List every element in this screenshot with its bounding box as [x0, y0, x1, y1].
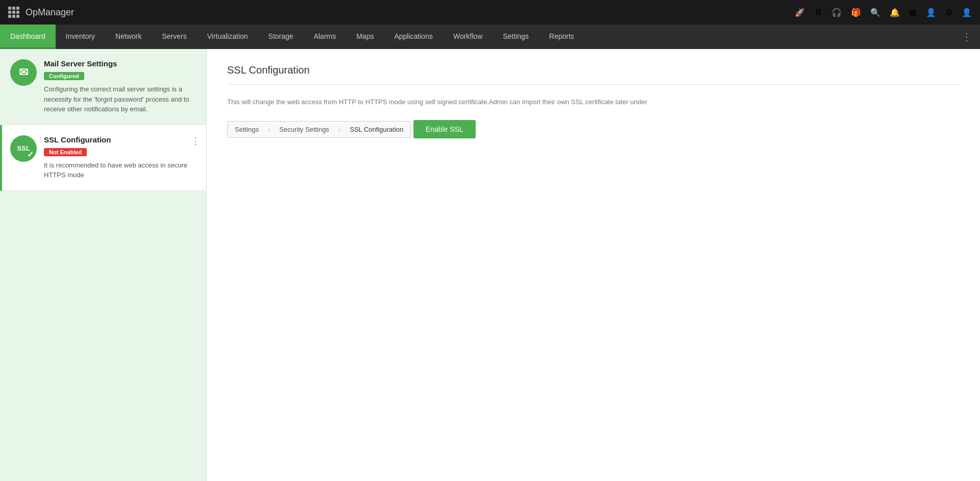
app-title: OpManager: [26, 7, 74, 18]
breadcrumb-security-settings[interactable]: Security Settings: [272, 122, 336, 137]
sidebar: ✉ Mail Server Settings Configured Config…: [0, 49, 207, 481]
profile-icon[interactable]: 👤: [962, 8, 972, 17]
ssl-content: SSL Configuration Not Enabled It is reco…: [44, 135, 198, 180]
gift-icon[interactable]: 🎁: [851, 8, 861, 17]
breadcrumb-sep-2: ›: [336, 122, 342, 137]
nav-settings[interactable]: Settings: [493, 25, 539, 49]
nav-reports[interactable]: Reports: [539, 25, 584, 49]
ssl-desc: It is recommended to have web access in …: [44, 160, 198, 180]
enable-ssl-button[interactable]: Enable SSL: [413, 120, 476, 138]
sidebar-item-ssl[interactable]: SSL ✓ SSL Configuration Not Enabled It i…: [0, 125, 206, 191]
ssl-badge: Not Enabled: [44, 148, 87, 156]
top-bar: OpManager 🚀 🖥 🎧 🎁 🔍 🔔 ▦ 👤 ⚙ 👤: [0, 0, 980, 25]
breadcrumb: Settings › Security Settings › SSL Confi…: [227, 121, 411, 138]
main-container: ✉ Mail Server Settings Configured Config…: [0, 49, 980, 481]
nav-dashboard[interactable]: Dashboard: [0, 25, 56, 49]
headset-icon[interactable]: 🎧: [831, 8, 842, 17]
ssl-menu-icon[interactable]: ⋮: [191, 135, 200, 147]
mail-icon: ✉: [10, 59, 37, 86]
mail-server-badge: Configured: [44, 72, 84, 80]
nav-maps[interactable]: Maps: [346, 25, 384, 49]
nav-more-icon[interactable]: ⋮: [953, 25, 980, 49]
nav-servers[interactable]: Servers: [152, 25, 197, 49]
layers-icon[interactable]: ▦: [909, 8, 917, 17]
nav-storage[interactable]: Storage: [258, 25, 304, 49]
nav-network[interactable]: Network: [105, 25, 152, 49]
bell-icon[interactable]: 🔔: [890, 8, 900, 17]
breadcrumb-settings[interactable]: Settings: [228, 122, 266, 137]
user-circle-icon[interactable]: 👤: [926, 8, 936, 17]
top-bar-left: OpManager: [8, 7, 74, 18]
grid-menu-icon[interactable]: [8, 7, 19, 18]
mail-server-content: Mail Server Settings Configured Configur…: [44, 59, 198, 114]
nav-virtualization[interactable]: Virtualization: [197, 25, 258, 49]
nav-workflow[interactable]: Workflow: [443, 25, 493, 49]
search-icon[interactable]: 🔍: [870, 8, 880, 17]
content-title: SSL Configuration: [227, 64, 960, 85]
sidebar-item-mail-server[interactable]: ✉ Mail Server Settings Configured Config…: [0, 49, 206, 125]
nav-bar: Dashboard Inventory Network Servers Virt…: [0, 25, 980, 49]
ssl-icon: SSL ✓: [10, 135, 37, 162]
content-description: This will change the web access from HTT…: [227, 97, 960, 108]
settings-gear-icon[interactable]: ⚙: [945, 8, 952, 17]
monitor-icon[interactable]: 🖥: [814, 8, 822, 17]
breadcrumb-sep-1: ›: [266, 122, 272, 137]
rocket-icon[interactable]: 🚀: [795, 8, 805, 17]
content-area: SSL Configuration This will change the w…: [207, 49, 980, 481]
ssl-title: SSL Configuration: [44, 135, 198, 144]
nav-applications[interactable]: Applications: [384, 25, 443, 49]
nav-alarms[interactable]: Alarms: [304, 25, 347, 49]
nav-inventory[interactable]: Inventory: [56, 25, 106, 49]
mail-server-desc: Configuring the correct mail server sett…: [44, 84, 198, 114]
breadcrumb-ssl-config[interactable]: SSL Configuration: [342, 122, 410, 137]
mail-server-title: Mail Server Settings: [44, 59, 198, 68]
top-bar-right: 🚀 🖥 🎧 🎁 🔍 🔔 ▦ 👤 ⚙ 👤: [795, 8, 972, 17]
